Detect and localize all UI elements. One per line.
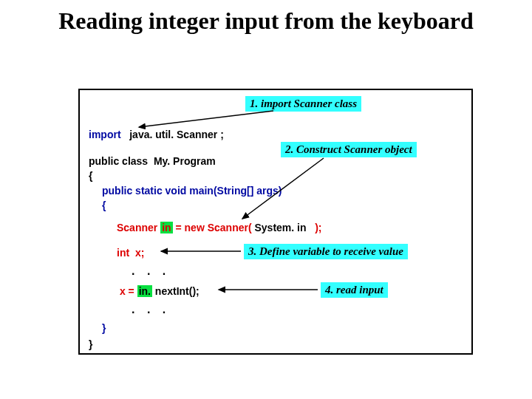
code-close-brace-2: } (102, 322, 106, 334)
code-import-line: import java. util. Scanner ; (89, 129, 224, 140)
code-import-pkg: java. util. Scanner ; (121, 129, 224, 140)
code-class-decl: public class My. Program (89, 155, 216, 167)
arrow-1 (139, 111, 273, 127)
code-close-brace: } (89, 338, 92, 350)
code-scanner-post: ); (307, 222, 322, 233)
annotation-1: 1. import Scanner class (245, 96, 361, 112)
code-open-brace-2: { (102, 200, 106, 211)
code-import-kw: import (89, 129, 121, 140)
code-assign-in: in. (137, 285, 152, 297)
annotation-3: 3. Define variable to receive value (244, 244, 408, 259)
code-scanner-sysin: System. in (254, 222, 306, 233)
code-scanner-mid: = new Scanner( (173, 222, 255, 233)
code-assign-post: nextInt(); (152, 285, 200, 297)
code-scanner-pre: Scanner (117, 222, 160, 233)
code-main-sig: public static void main(String[] args) (102, 185, 282, 197)
code-assign-pre: x = (117, 285, 137, 297)
code-open-brace: { (89, 170, 92, 182)
annotation-4: 4. read input (321, 282, 388, 298)
code-assign-line: x = in. nextInt(); (117, 285, 200, 297)
annotation-2: 2. Construct Scanner object (281, 142, 417, 157)
code-scanner-line: Scanner in = new Scanner( System. in ); (117, 222, 322, 233)
code-dots-1: . . . (132, 265, 170, 278)
page-title: Reading integer input from the keyboard (30, 7, 502, 35)
code-frame: 1. import Scanner class import java. uti… (78, 89, 473, 355)
code-scanner-in: in (160, 222, 172, 233)
code-dots-2: . . . (132, 303, 170, 316)
code-int-x: int x; (117, 247, 144, 259)
